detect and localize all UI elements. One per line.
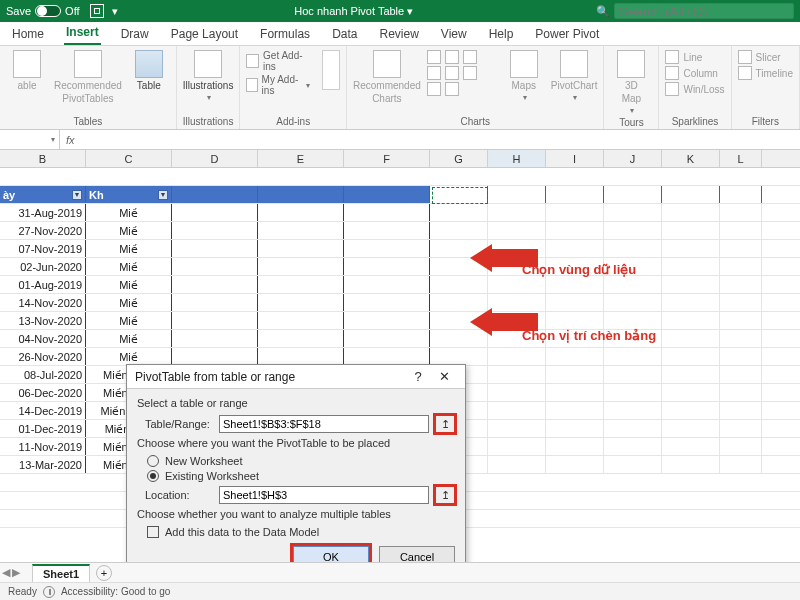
table-row[interactable]: 04-Nov-2020Miề <box>0 330 800 348</box>
sparkline-line[interactable]: Line <box>665 50 724 64</box>
tablerange-input[interactable] <box>219 415 429 433</box>
formula-bar: ▾ fx <box>0 130 800 150</box>
radio-existing-worksheet[interactable]: Existing Worksheet <box>147 470 455 482</box>
table-row[interactable]: 07-Nov-2019Miề <box>0 240 800 258</box>
hdr-date[interactable]: ày▼ <box>0 186 86 203</box>
get-addins-button[interactable]: Get Add-ins <box>246 50 309 72</box>
chart-gallery-3[interactable] <box>427 82 497 96</box>
checkbox-data-model[interactable]: Add this data to the Data Model <box>147 526 455 538</box>
title-bar: Save Off ▾ Hoc nhanh Pivot Table ▾ 🔍 <box>0 0 800 22</box>
col-D[interactable]: D <box>172 150 258 167</box>
location-input[interactable] <box>219 486 429 504</box>
timeline-button[interactable]: Timeline <box>738 66 793 80</box>
sheet-nav[interactable]: ◀▶ <box>2 566 20 579</box>
sparkline-winloss[interactable]: Win/Loss <box>665 82 724 96</box>
name-box[interactable]: ▾ <box>0 130 60 149</box>
accessibility-icon[interactable] <box>43 586 55 598</box>
help-icon[interactable]: ? <box>405 369 431 384</box>
document-title[interactable]: Hoc nhanh Pivot Table ▾ <box>294 5 413 18</box>
status-accessibility[interactable]: Accessibility: Good to go <box>61 586 171 597</box>
tab-page-layout[interactable]: Page Layout <box>169 23 240 45</box>
tab-home[interactable]: Home <box>10 23 46 45</box>
worksheet-grid[interactable]: ày▼ Kh▼ 31-Aug-2019Miề27-Nov-2020Miề07-N… <box>0 168 800 548</box>
pivotchart-button[interactable]: PivotChart▾ <box>551 50 598 102</box>
group-tours: 3DMap▾ Tours <box>604 46 659 129</box>
recommended-pivot-button[interactable]: RecommendedPivotTables <box>54 50 122 104</box>
tab-power-pivot[interactable]: Power Pivot <box>533 23 601 45</box>
tab-formulas[interactable]: Formulas <box>258 23 312 45</box>
save-icon[interactable] <box>90 4 104 18</box>
autosave-state: Off <box>65 5 79 17</box>
col-B[interactable]: B <box>0 150 86 167</box>
autosave-label: Save <box>6 5 31 17</box>
collapse-range-icon: ↥ <box>441 489 450 502</box>
table-row[interactable]: 02-Jun-2020Miề <box>0 258 800 276</box>
search-input[interactable] <box>614 3 794 19</box>
group-tables: able RecommendedPivotTables Table Tables <box>0 46 177 129</box>
col-L[interactable]: L <box>720 150 762 167</box>
pivottable-dialog: PivotTable from table or range ? ✕ Selec… <box>126 364 466 579</box>
table-header-row: ày▼ Kh▼ <box>0 186 800 204</box>
tab-review[interactable]: Review <box>377 23 420 45</box>
sparkline-column[interactable]: Column <box>665 66 724 80</box>
recommended-charts-button[interactable]: RecommendedCharts <box>353 50 421 104</box>
tab-draw[interactable]: Draw <box>119 23 151 45</box>
table-row[interactable]: 13-Nov-2020Miề <box>0 312 800 330</box>
bing-addin-icon[interactable] <box>322 50 340 90</box>
tab-help[interactable]: Help <box>487 23 516 45</box>
col-J[interactable]: J <box>604 150 662 167</box>
fx-icon[interactable]: fx <box>60 134 81 146</box>
hdr-region[interactable]: Kh▼ <box>86 186 172 203</box>
autosave-toggle[interactable]: Save Off <box>6 5 80 17</box>
chart-gallery-2[interactable] <box>427 66 497 80</box>
maps-button[interactable]: Maps▾ <box>503 50 545 102</box>
group-addins: Get Add-ins My Add-ins▾ Add-ins <box>240 46 347 129</box>
collapse-range-icon: ↥ <box>441 418 450 431</box>
chart-gallery-1[interactable] <box>427 50 497 64</box>
column-headers[interactable]: B C D E F G H I J K L <box>0 150 800 168</box>
filter-icon: ▼ <box>72 190 82 200</box>
annotation-text-1: Chọn vùng dữ liệu <box>522 262 636 277</box>
ribbon-body: able RecommendedPivotTables Table Tables… <box>0 46 800 130</box>
table-button[interactable]: Table <box>128 50 170 91</box>
col-H[interactable]: H <box>488 150 546 167</box>
col-I[interactable]: I <box>546 150 604 167</box>
section-placement: Choose where you want the PivotTable to … <box>137 437 455 449</box>
status-bar: Ready Accessibility: Good to go <box>0 582 800 600</box>
radio-new-worksheet[interactable]: New Worksheet <box>147 455 455 467</box>
group-illustrations: Illustrations▾ Illustrations <box>177 46 241 129</box>
tab-insert[interactable]: Insert <box>64 21 101 45</box>
tab-data[interactable]: Data <box>330 23 359 45</box>
dialog-titlebar[interactable]: PivotTable from table or range ? ✕ <box>127 365 465 389</box>
my-addins-button[interactable]: My Add-ins▾ <box>246 74 309 96</box>
tablerange-picker-button[interactable]: ↥ <box>435 415 455 433</box>
search-icon: 🔍 <box>596 5 610 18</box>
group-label: Tables <box>6 114 170 127</box>
slicer-button[interactable]: Slicer <box>738 50 793 64</box>
ribbon-tabs: Home Insert Draw Page Layout Formulas Da… <box>0 22 800 46</box>
group-sparklines: Line Column Win/Loss Sparklines <box>659 46 731 129</box>
col-G[interactable]: G <box>430 150 488 167</box>
tablerange-label: Table/Range: <box>145 418 213 430</box>
illustrations-button[interactable]: Illustrations▾ <box>183 50 234 102</box>
selection-marquee <box>432 187 488 204</box>
table-row[interactable]: 14-Nov-2020Miề <box>0 294 800 312</box>
table-row[interactable]: 27-Nov-2020Miề <box>0 222 800 240</box>
table-row[interactable]: 01-Aug-2019Miề <box>0 276 800 294</box>
col-K[interactable]: K <box>662 150 720 167</box>
section-multiple-tables: Choose whether you want to analyze multi… <box>137 508 455 520</box>
group-charts: RecommendedCharts Maps▾ PivotChart▾ Char… <box>347 46 605 129</box>
section-select-range: Select a table or range <box>137 397 455 409</box>
col-C[interactable]: C <box>86 150 172 167</box>
table-row[interactable]: 31-Aug-2019Miề <box>0 204 800 222</box>
3d-map-button[interactable]: 3DMap▾ <box>610 50 652 115</box>
new-sheet-button[interactable]: + <box>96 565 112 581</box>
col-E[interactable]: E <box>258 150 344 167</box>
tab-view[interactable]: View <box>439 23 469 45</box>
location-picker-button[interactable]: ↥ <box>435 486 455 504</box>
col-F[interactable]: F <box>344 150 430 167</box>
close-icon[interactable]: ✕ <box>431 369 457 384</box>
sheet-tab-sheet1[interactable]: Sheet1 <box>32 564 90 582</box>
pivottable-button[interactable]: able <box>6 50 48 91</box>
toggle-icon <box>35 5 61 17</box>
